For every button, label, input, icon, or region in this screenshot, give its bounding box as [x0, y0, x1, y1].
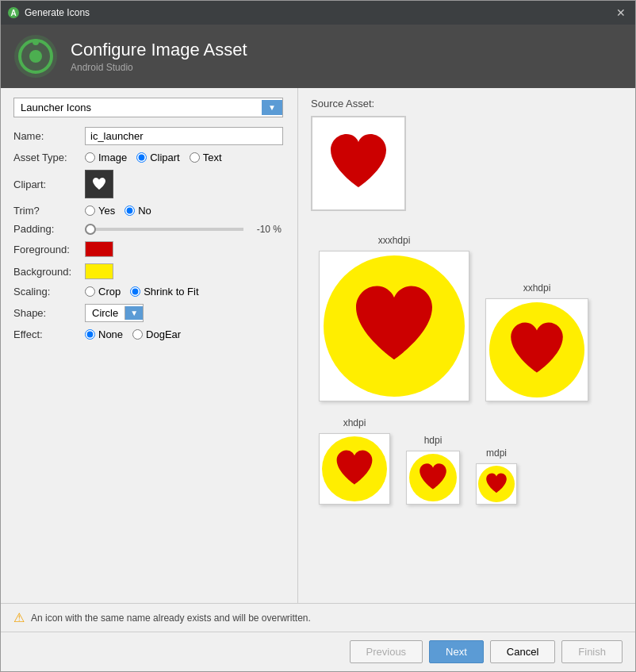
source-asset-label: Source Asset: [311, 98, 406, 109]
scaling-crop-radio[interactable] [85, 286, 95, 297]
shape-dropdown[interactable]: Circle ▼ [85, 304, 144, 322]
effect-label: Effect: [13, 328, 85, 340]
title-bar: A Generate Icons ✕ [1, 1, 635, 25]
scaling-shrink-radio[interactable] [130, 286, 140, 297]
clipart-label: Clipart: [13, 179, 85, 190]
xxhdpi-box [485, 298, 588, 401]
asset-type-row: Asset Type: Image Clipart Text [13, 152, 285, 163]
padding-value: -10 % [250, 224, 282, 235]
radio-text[interactable] [190, 152, 200, 163]
window-title: Generate Icons [25, 7, 613, 18]
padding-row: Padding: -10 % [13, 223, 285, 235]
hdpi-box [406, 451, 460, 505]
trim-yes-text: Yes [98, 205, 115, 217]
clipart-button[interactable] [85, 170, 113, 198]
xhdpi-box [319, 433, 390, 505]
icon-preview-mdpi: mdpi [476, 447, 517, 505]
bottom-bar: Previous Next Cancel Finish [1, 632, 635, 671]
trim-no-radio[interactable] [125, 205, 135, 216]
hdpi-heart [416, 461, 450, 494]
icon-type-dropdown[interactable]: Launcher Icons ▼ [13, 98, 283, 117]
source-asset-section: Source Asset: [311, 98, 406, 211]
radio-image[interactable] [85, 152, 95, 163]
radio-image-label[interactable]: Image [85, 152, 127, 163]
radio-image-text: Image [98, 152, 127, 163]
xxxhdpi-heart [347, 278, 442, 374]
xxxhdpi-box [319, 251, 469, 401]
hdpi-label: hdpi [424, 435, 443, 446]
trim-no-text: No [138, 205, 151, 217]
effect-none-label[interactable]: None [85, 328, 123, 340]
shape-row: Shape: Circle ▼ [13, 304, 285, 322]
radio-text-text: Text [203, 152, 222, 163]
xxhdpi-heart [504, 317, 569, 382]
padding-slider[interactable] [85, 228, 243, 231]
name-input[interactable] [85, 127, 283, 145]
cancel-button[interactable]: Cancel [490, 640, 555, 663]
mdpi-label: mdpi [486, 447, 507, 459]
name-label: Name: [13, 130, 85, 142]
close-button[interactable]: ✕ [613, 7, 629, 18]
radio-clipart-text: Clipart [150, 152, 180, 163]
trim-yes-radio[interactable] [85, 205, 95, 216]
svg-point-4 [29, 50, 42, 63]
svg-point-5 [33, 39, 39, 45]
preview-icons-row: xxxhdpi xxhdpi [311, 227, 623, 520]
background-row: Background: [13, 263, 285, 279]
padding-slider-container: -10 % [85, 224, 285, 235]
next-button[interactable]: Next [429, 640, 484, 663]
effect-dogear-label[interactable]: DogEar [132, 328, 181, 340]
scaling-shrink-label[interactable]: Shrink to Fit [130, 286, 198, 298]
effect-none-radio[interactable] [85, 329, 95, 340]
header-text: Configure Image Asset Android Studio [71, 40, 247, 73]
header: Configure Image Asset Android Studio [1, 25, 635, 88]
trim-yes-label[interactable]: Yes [85, 205, 115, 217]
previous-button[interactable]: Previous [350, 640, 423, 663]
left-panel: Launcher Icons ▼ Name: Asset Type: Image [1, 88, 298, 603]
trim-label: Trim? [13, 205, 85, 217]
effect-dogear-radio[interactable] [132, 329, 143, 340]
scaling-row: Scaling: Crop Shrink to Fit [13, 286, 285, 298]
scaling-label: Scaling: [13, 286, 85, 298]
finish-button[interactable]: Finish [561, 640, 623, 663]
source-asset-preview [311, 116, 406, 211]
background-color-swatch[interactable] [85, 263, 113, 279]
shape-value: Circle [86, 305, 125, 321]
android-studio-logo [13, 34, 58, 79]
effect-group: None DogEar [85, 328, 181, 340]
xhdpi-label: xhdpi [343, 417, 366, 428]
scaling-crop-label[interactable]: Crop [85, 286, 121, 298]
foreground-row: Foreground: [13, 241, 285, 257]
radio-clipart[interactable] [136, 152, 147, 163]
app-icon: A [7, 6, 20, 19]
effect-none-text: None [98, 328, 123, 340]
radio-clipart-label[interactable]: Clipart [136, 152, 180, 163]
effect-dogear-text: DogEar [146, 328, 181, 340]
header-title: Configure Image Asset [71, 40, 247, 60]
foreground-color-swatch[interactable] [85, 241, 113, 257]
warning-icon: ⚠ [13, 610, 25, 625]
icon-preview-xxhdpi: xxhdpi [485, 282, 588, 401]
trim-row: Trim? Yes No [13, 205, 285, 217]
background-label: Background: [13, 266, 85, 278]
name-row: Name: [13, 127, 285, 145]
scaling-group: Crop Shrink to Fit [85, 286, 199, 298]
heart-clipart-icon [91, 176, 107, 192]
scaling-shrink-text: Shrink to Fit [144, 286, 198, 298]
xxhdpi-label: xxhdpi [523, 282, 551, 294]
radio-text-label[interactable]: Text [190, 152, 222, 163]
right-panel: Source Asset: xxxhdpi [298, 88, 635, 603]
dropdown-arrow-icon[interactable]: ▼ [262, 100, 282, 115]
trim-group: Yes No [85, 205, 151, 217]
padding-label: Padding: [13, 223, 85, 235]
source-heart-svg [323, 128, 394, 199]
asset-type-label: Asset Type: [13, 152, 85, 163]
svg-text:A: A [10, 9, 16, 17]
scaling-crop-text: Crop [98, 286, 121, 298]
icon-preview-hdpi: hdpi [406, 435, 460, 505]
shape-dropdown-arrow-icon[interactable]: ▼ [125, 306, 143, 320]
trim-no-label[interactable]: No [125, 205, 151, 217]
xhdpi-heart [332, 447, 377, 491]
icon-preview-xhdpi: xhdpi [319, 417, 390, 505]
mdpi-heart [484, 471, 509, 497]
